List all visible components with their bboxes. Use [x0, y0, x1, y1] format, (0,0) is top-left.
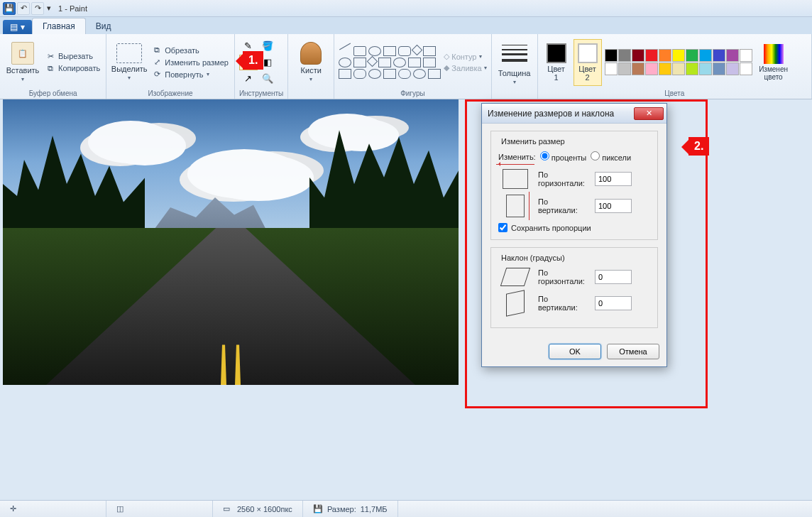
resize-button[interactable]: ⤢Изменить размер — [150, 57, 230, 68]
color-swatch[interactable] — [605, 49, 618, 62]
brushes-button[interactable]: Кисти ▾ — [292, 39, 329, 86]
keep-ratio-checkbox[interactable]: Сохранить пропорции — [498, 223, 650, 232]
group-label-brushes — [292, 88, 329, 97]
group-label-shapes: Фигуры — [339, 88, 486, 97]
tab-home[interactable]: Главная — [32, 18, 86, 34]
color-swatch[interactable] — [645, 62, 658, 75]
select-label: Выделить — [111, 65, 148, 73]
shapes-gallery[interactable] — [339, 46, 441, 79]
outline-button[interactable]: ◇Контур▾ — [444, 51, 486, 62]
color-swatch[interactable] — [740, 62, 752, 75]
vertical-input[interactable] — [595, 199, 632, 213]
copy-button[interactable]: ⧉Копировать — [44, 62, 102, 74]
fill-label: Заливка — [451, 64, 481, 72]
canvas-size-icon: ▭ — [223, 504, 233, 514]
color-swatch[interactable] — [713, 62, 725, 75]
dialog-titlebar[interactable]: Изменение размеров и наклона ✕ — [482, 104, 666, 124]
tabs-bar: ▤ ▾ Главная Вид — [0, 17, 812, 34]
color-swatch[interactable] — [686, 49, 698, 62]
undo-icon[interactable]: ↶ — [17, 2, 30, 15]
color2-button[interactable]: Цвет 2 — [574, 39, 602, 86]
status-size-label: Размер: — [327, 505, 356, 513]
color-swatch[interactable] — [740, 49, 752, 62]
rotate-button[interactable]: ⟳Повернуть▾ — [150, 69, 230, 80]
paste-button[interactable]: 📋 Вставить ▾ — [4, 39, 41, 86]
color-swatch[interactable] — [699, 49, 712, 62]
color-swatch[interactable] — [618, 49, 631, 62]
chevron-down-icon: ▾ — [128, 75, 131, 81]
outline-icon: ◇ — [444, 52, 449, 61]
color-swatch[interactable] — [659, 49, 671, 62]
scissors-icon: ✂ — [45, 51, 55, 61]
file-icon: ▤ — [10, 22, 18, 32]
brushes-label: Кисти — [301, 66, 322, 75]
color-swatch[interactable] — [686, 62, 698, 75]
paste-icon: 📋 — [11, 42, 34, 65]
color-swatch[interactable] — [699, 62, 712, 75]
color-swatch[interactable] — [672, 49, 685, 62]
tab-view[interactable]: Вид — [86, 18, 121, 34]
radio-percent[interactable]: проценты — [540, 151, 587, 162]
color2-label: Цвет 2 — [578, 65, 596, 82]
ok-button[interactable]: OK — [549, 344, 601, 359]
crop-label: Обрезать — [165, 46, 199, 55]
cancel-button[interactable]: Отмена — [607, 344, 659, 359]
magnify-tool[interactable]: 🔍 — [258, 71, 277, 87]
color1-button[interactable]: Цвет 1 — [542, 39, 571, 86]
color-swatch[interactable] — [726, 62, 739, 75]
color-swatch[interactable] — [632, 62, 644, 75]
skew-horizontal-icon — [500, 268, 530, 286]
fill-button[interactable]: ◆Заливка▾ — [444, 62, 486, 73]
edit-colors-button[interactable]: Изменен цвето — [755, 39, 792, 86]
skew-fieldset: Наклон (градусы) По горизонтали: По верт… — [490, 247, 658, 328]
resize-vertical-icon — [506, 195, 525, 217]
color-palette[interactable] — [605, 49, 752, 75]
chevron-down-icon: ▾ — [513, 79, 516, 85]
redo-icon[interactable]: ↷ — [31, 2, 44, 15]
qat-dropdown-icon[interactable]: ▾ — [45, 2, 53, 15]
thickness-button[interactable]: Толщина ▾ — [496, 39, 533, 86]
chevron-down-icon: ▾ — [21, 22, 25, 32]
group-brushes: Кисти ▾ — [288, 34, 334, 99]
group-thickness: Толщина ▾ — [492, 34, 538, 99]
color-swatch[interactable] — [618, 62, 631, 75]
cut-label: Вырезать — [58, 52, 93, 60]
color-swatch[interactable] — [713, 49, 725, 62]
file-menu-button[interactable]: ▤ ▾ — [3, 20, 32, 34]
group-colors: Цвет 1 Цвет 2 Изменен цвето Цвета — [538, 34, 812, 99]
color-swatch[interactable] — [726, 49, 739, 62]
color-swatch[interactable] — [632, 49, 644, 62]
skew-horizontal-input[interactable] — [595, 270, 632, 284]
vertical-label: По вертикали: — [538, 197, 589, 214]
color-swatch[interactable] — [645, 49, 658, 62]
resize-icon: ⤢ — [152, 58, 162, 67]
copy-label: Копировать — [58, 64, 100, 72]
color-swatch[interactable] — [672, 62, 685, 75]
crop-button[interactable]: ⧉Обрезать — [150, 45, 230, 56]
color-swatch[interactable] — [659, 62, 671, 75]
cut-button[interactable]: ✂Вырезать — [44, 50, 102, 62]
skew-legend: Наклон (градусы) — [498, 254, 568, 262]
horizontal-input[interactable] — [595, 172, 632, 186]
status-dimensions: 2560 × 1600пкс — [237, 505, 292, 513]
change-by-label: Изменить: — [498, 153, 536, 161]
skew-vertical-label: По вертикали: — [538, 295, 589, 312]
color-swatch[interactable] — [605, 62, 618, 75]
fill-icon: ◆ — [444, 63, 449, 72]
radio-pixels[interactable]: пиксели — [591, 151, 631, 162]
select-icon — [116, 43, 142, 63]
skew-vertical-icon — [506, 290, 525, 317]
skew-vertical-input[interactable] — [595, 296, 632, 310]
filesize-icon: 💾 — [313, 504, 323, 514]
canvas-area[interactable] — [0, 99, 812, 500]
ribbon: 📋 Вставить ▾ ✂Вырезать ⧉Копировать Буфер… — [0, 34, 812, 99]
select-button[interactable]: Выделить ▾ — [111, 39, 148, 86]
chevron-down-icon: ▾ — [21, 76, 24, 82]
save-icon[interactable]: 💾 — [3, 2, 16, 15]
status-size-value: 11,7МБ — [361, 505, 388, 513]
rotate-label: Повернуть — [165, 70, 203, 79]
picker-tool[interactable]: ↗ — [239, 71, 258, 87]
group-clipboard: 📋 Вставить ▾ ✂Вырезать ⧉Копировать Буфер… — [0, 34, 106, 99]
close-button[interactable]: ✕ — [634, 107, 664, 120]
color2-swatch — [578, 43, 598, 63]
